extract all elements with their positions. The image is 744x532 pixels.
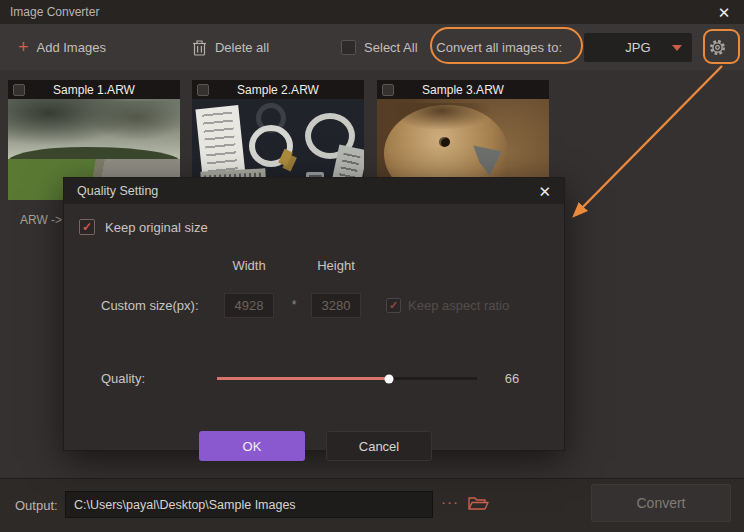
format-dropdown-value: JPG [625,40,650,55]
cancel-button[interactable]: Cancel [326,431,432,461]
add-images-button[interactable]: + Add Images [18,39,106,55]
photo-bird-crown-shape [394,103,489,129]
dialog-title: Quality Setting [77,184,158,198]
open-folder-icon [467,495,489,512]
add-images-label: Add Images [37,40,106,55]
quality-setting-dialog: Quality Setting ✕ ✓ Keep original size W… [63,177,565,451]
keep-original-size-checkbox[interactable]: ✓ [79,219,95,235]
window-close-icon[interactable]: ✕ [714,5,734,20]
output-label: Output: [15,498,58,513]
checkmark-icon: ✓ [389,300,398,311]
thumbnail-filename: Sample 3.ARW [394,83,544,97]
custom-size-row: Custom size(px): * ✓ Keep aspect ratio [64,293,564,319]
select-all-label: Select All [364,40,417,55]
height-column-label: Height [311,258,361,273]
quality-label: Quality: [101,371,145,386]
quality-row: Quality: 66 [64,369,564,389]
delete-all-button[interactable]: Delete all [192,39,269,56]
thumbnail-checkbox[interactable] [197,84,209,96]
keep-aspect-ratio-label: Keep aspect ratio [408,298,509,313]
keep-aspect-ratio-checkbox[interactable]: ✓ [386,298,401,313]
delete-all-label: Delete all [215,40,269,55]
width-input[interactable] [224,293,274,318]
convert-all-label: Convert all images to: [422,40,576,55]
title-bar: Image Converter ✕ [0,0,744,24]
toolbar: + Add Images Delete all Select All Conve… [0,24,744,70]
image-converter-window: Image Converter ✕ + Add Images Delete al… [0,0,744,532]
conversion-format-hint: ARW -> [20,213,62,227]
slider-fill [217,377,389,380]
format-dropdown[interactable]: JPG [584,33,692,62]
trash-icon [192,39,207,56]
photo-paper-shape [195,105,245,180]
open-folder-button[interactable] [466,495,490,515]
plus-icon: + [18,39,29,55]
keep-original-size-control: ✓ Keep original size [79,219,208,235]
thumbnail-filename: Sample 2.ARW [209,83,359,97]
dialog-body: ✓ Keep original size Width Height Custom… [64,204,564,451]
select-all-control: Select All [341,40,417,55]
custom-size-label: Custom size(px): [101,298,199,313]
output-path-input[interactable] [65,491,433,518]
photo-cloud-shape [85,101,180,141]
thumbnail-checkbox[interactable] [382,84,394,96]
slider-thumb[interactable] [384,374,393,383]
thumbnail-header: Sample 1.ARW [8,80,180,99]
thumbnail-checkbox[interactable] [13,84,25,96]
quality-slider[interactable] [217,369,477,387]
thumbnail-header: Sample 3.ARW [377,80,549,99]
settings-button[interactable] [700,31,734,64]
checkmark-icon: ✓ [82,221,92,233]
convert-button[interactable]: Convert [591,484,731,522]
thumbnail-header: Sample 2.ARW [192,80,364,99]
gear-icon [708,38,727,57]
ok-button[interactable]: OK [199,431,305,461]
quality-value: 66 [492,371,532,386]
height-input[interactable] [311,293,361,318]
size-separator: * [286,298,302,312]
dialog-close-icon[interactable]: ✕ [538,184,551,199]
browse-button[interactable]: ··· [441,493,459,510]
output-bar: Output: ··· Convert [0,478,744,532]
dialog-header: Quality Setting ✕ [64,178,564,204]
toolbar-right-group: Convert all images to: JPG [422,31,734,64]
select-all-checkbox[interactable] [341,40,356,55]
width-column-label: Width [224,258,274,273]
keep-original-size-label: Keep original size [105,220,208,235]
window-title: Image Converter [10,5,99,19]
thumbnail-filename: Sample 1.ARW [25,83,175,97]
chevron-down-icon [672,45,682,51]
